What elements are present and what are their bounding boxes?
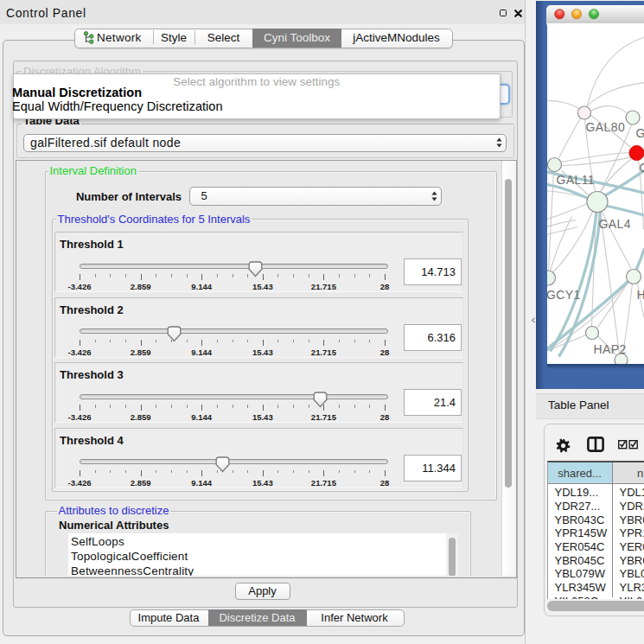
svg-text:GAL4: GAL4 <box>598 216 630 230</box>
svg-text:GAL80: GAL80 <box>585 119 625 133</box>
svg-text:H: H <box>636 287 644 301</box>
svg-text:GCY1: GCY1 <box>547 287 581 301</box>
svg-text:GAL11: GAL11 <box>556 172 595 186</box>
svg-text:GA: GA <box>635 125 644 139</box>
svg-text:HAP2: HAP2 <box>593 341 626 355</box>
svg-text:C: C <box>639 160 644 174</box>
